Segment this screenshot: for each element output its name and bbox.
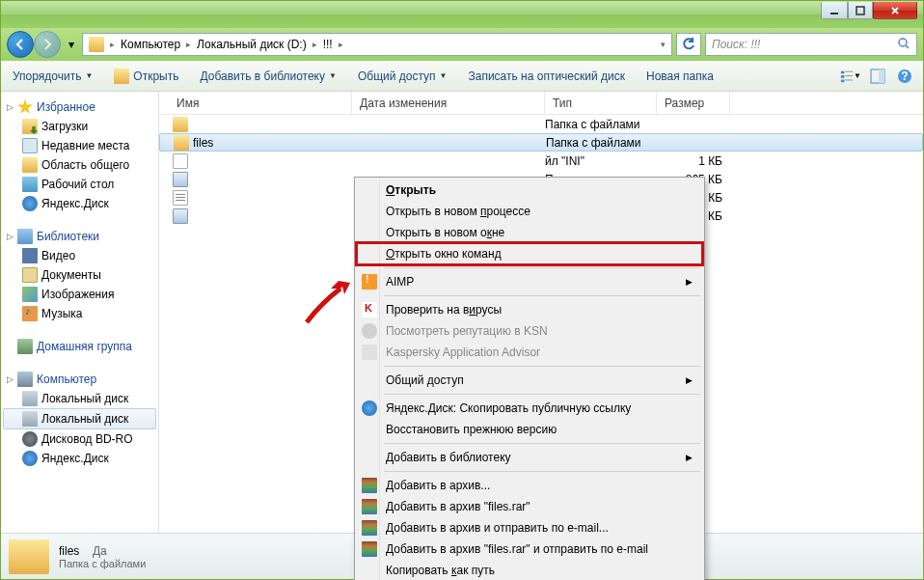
sidebar-item-downloads[interactable]: Загрузки — [3, 117, 156, 136]
menu-item[interactable]: Добавить в архив... — [357, 475, 702, 496]
menu-item[interactable]: Открыть в новом процессе — [357, 201, 702, 222]
menu-item[interactable]: Яндекс.Диск: Скопировать публичную ссылк… — [357, 398, 702, 419]
menu-separator — [384, 394, 700, 395]
sidebar-item-music[interactable]: Музыка — [3, 304, 156, 323]
annotation-arrow — [302, 279, 355, 325]
sidebar-homegroup-header[interactable]: ▷Домашняя группа — [3, 337, 156, 356]
nav-bar: ▾ ▸ Компьютер ▸ Локальный диск (D:) ▸ !!… — [1, 28, 923, 61]
menu-separator — [384, 295, 700, 296]
menu-item[interactable]: AIMP▶ — [357, 271, 702, 292]
file-row[interactable]: Папка с файлами — [159, 115, 923, 133]
column-type[interactable]: Тип — [545, 92, 657, 114]
sidebar-favorites-header[interactable]: ▷Избранное — [3, 97, 156, 117]
back-button[interactable] — [7, 31, 34, 58]
sidebar-item-yadisk2[interactable]: Яндекс.Диск — [3, 449, 156, 468]
search-input[interactable]: Поиск: !!! — [705, 33, 917, 56]
sidebar-item-recent[interactable]: Недавние места — [3, 136, 156, 155]
library-icon — [17, 229, 33, 244]
homegroup-icon — [17, 339, 33, 354]
sidebar-computer-header[interactable]: ▷Компьютер — [3, 370, 156, 389]
svg-rect-8 — [845, 79, 853, 80]
menu-separator — [384, 443, 700, 444]
breadcrumb-part[interactable]: !!! — [319, 38, 337, 51]
file-row[interactable]: files Папка с файлами — [159, 133, 923, 152]
sidebar: ▷Избранное Загрузки Недавние места Облас… — [1, 92, 159, 544]
menu-item[interactable]: Добавить в библиотеку▶ — [357, 447, 702, 468]
search-placeholder: Поиск: !!! — [712, 38, 760, 51]
sidebar-item-documents[interactable]: Документы — [3, 265, 156, 285]
disk-icon — [22, 411, 38, 427]
search-icon — [897, 37, 910, 53]
menu-item[interactable]: Копировать как путь — [357, 560, 702, 580]
folder-icon — [22, 157, 38, 173]
file-icon — [173, 172, 188, 187]
kasper2-icon — [362, 345, 377, 360]
column-name[interactable]: Имя — [159, 92, 352, 114]
sidebar-libraries-header[interactable]: ▷Библиотеки — [3, 227, 156, 246]
organize-menu[interactable]: Упорядочить ▼ — [9, 66, 96, 87]
aimp-icon — [362, 274, 377, 290]
new-folder-button[interactable]: Новая папка — [642, 66, 718, 87]
file-icon — [173, 117, 188, 132]
view-menu[interactable]: ▼ — [840, 66, 861, 87]
menu-item[interactable]: Добавить в архив "files.rar" и отправить… — [357, 539, 702, 560]
sidebar-item-images[interactable]: Изображения — [3, 285, 156, 304]
file-icon — [173, 190, 188, 206]
svg-rect-6 — [845, 75, 853, 76]
menu-item[interactable]: Проверить на вирусы — [357, 299, 702, 320]
document-icon — [22, 267, 38, 283]
menu-item[interactable]: Открыть — [357, 180, 702, 201]
preview-pane-button[interactable] — [867, 66, 888, 87]
sidebar-item-public[interactable]: Область общего — [3, 155, 156, 175]
svg-rect-3 — [841, 70, 845, 73]
sidebar-item-disk-d[interactable]: Локальный диск — [3, 408, 156, 429]
menu-item[interactable]: Восстановить прежнюю версию — [357, 419, 702, 440]
menu-item: Посмотреть репутацию в KSN — [357, 320, 702, 342]
star-icon — [17, 99, 33, 115]
title-bar — [1, 1, 923, 28]
sidebar-item-desktop[interactable]: Рабочий стол — [3, 175, 156, 194]
submenu-arrow-icon: ▶ — [686, 277, 693, 287]
sidebar-item-video[interactable]: Видео — [3, 246, 156, 265]
breadcrumb-part[interactable]: Локальный диск (D:) — [193, 38, 311, 51]
recent-icon — [22, 138, 38, 153]
refresh-button[interactable] — [676, 33, 701, 56]
column-date[interactable]: Дата изменения — [352, 92, 545, 114]
maximize-button[interactable] — [848, 2, 873, 19]
toolbar: Упорядочить ▼ Открыть Добавить в библиот… — [1, 61, 923, 92]
breadcrumb[interactable]: ▸ Компьютер ▸ Локальный диск (D:) ▸ !!! … — [82, 33, 672, 56]
file-row[interactable]: йл "INI" 1 КБ — [159, 152, 923, 170]
file-icon — [174, 135, 189, 151]
rar-icon — [362, 541, 377, 557]
computer-icon — [17, 372, 33, 387]
menu-item[interactable]: Открыть окно команд — [357, 243, 702, 264]
download-icon — [22, 119, 38, 134]
menu-item[interactable]: Общий доступ▶ — [357, 370, 702, 391]
breadcrumb-part[interactable]: Компьютер — [117, 38, 184, 51]
file-icon — [173, 153, 188, 169]
share-menu[interactable]: Общий доступ ▼ — [354, 66, 451, 87]
sidebar-item-bd[interactable]: Дисковод BD-RO — [3, 429, 156, 449]
help-button[interactable]: ? — [894, 66, 915, 87]
sidebar-item-disk-c[interactable]: Локальный диск — [3, 389, 156, 408]
menu-item[interactable]: Добавить в архив и отправить по e-mail..… — [357, 517, 702, 539]
sidebar-item-yadisk[interactable]: Яндекс.Диск — [3, 194, 156, 213]
column-size[interactable]: Размер — [657, 92, 730, 114]
submenu-arrow-icon: ▶ — [686, 453, 693, 462]
yadisk-icon — [362, 400, 377, 416]
open-button[interactable]: Открыть — [110, 65, 182, 88]
menu-item[interactable]: Добавить в архив "files.rar" — [357, 496, 702, 517]
minimize-button[interactable] — [821, 2, 848, 19]
kasper-icon — [362, 302, 377, 318]
svg-point-2 — [899, 39, 907, 46]
yadisk-icon — [22, 451, 38, 466]
folder-icon — [89, 37, 104, 52]
history-dropdown[interactable]: ▾ — [65, 34, 78, 55]
burn-button[interactable]: Записать на оптический диск — [464, 66, 629, 87]
rar-icon — [362, 499, 377, 514]
add-library-menu[interactable]: Добавить в библиотеку ▼ — [196, 66, 340, 87]
close-button[interactable] — [873, 2, 917, 19]
forward-button[interactable] — [34, 31, 61, 58]
menu-separator — [384, 267, 700, 268]
menu-item[interactable]: Открыть в новом окне — [357, 222, 702, 243]
